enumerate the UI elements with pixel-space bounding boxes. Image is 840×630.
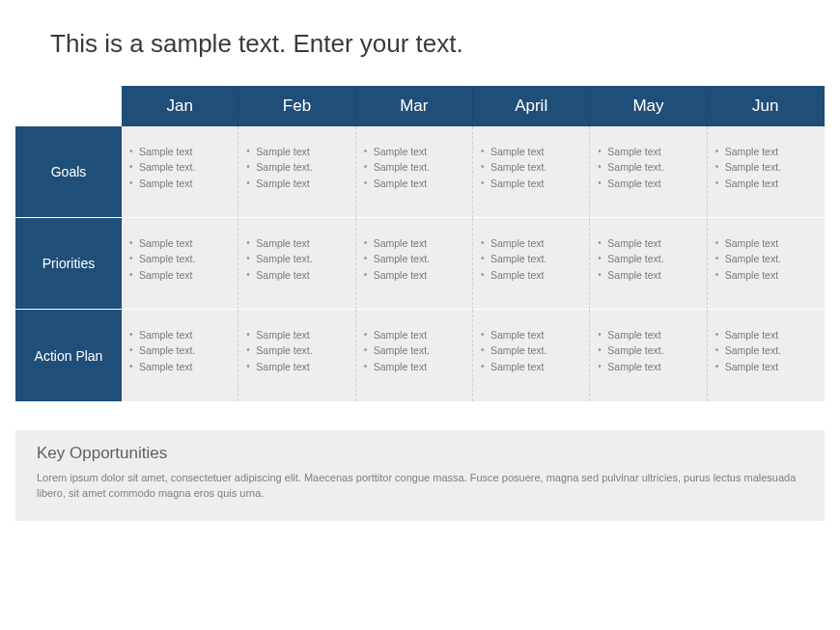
- month-header-jun: Jun: [708, 86, 825, 126]
- row-label-priorities: Priorities: [15, 218, 122, 310]
- month-header-may: May: [590, 86, 707, 126]
- cell-item: Sample text: [481, 144, 583, 159]
- cell-item: Sample text: [129, 267, 232, 283]
- cell-item: Sample text: [246, 327, 349, 342]
- cell-priorities-jun: Sample text Sample text. Sample text: [708, 218, 825, 310]
- cell-item: Sample text.: [481, 159, 583, 175]
- footer-title: Key Opportunities: [37, 444, 803, 463]
- cell-item: Sample text: [364, 235, 466, 251]
- cell-item: Sample text: [715, 144, 819, 159]
- cell-item: Sample text: [598, 267, 700, 283]
- cell-item: Sample text: [246, 235, 349, 251]
- row-label-goals: Goals: [15, 126, 122, 218]
- cell-item: Sample text: [598, 176, 700, 191]
- cell-item: Sample text.: [246, 251, 349, 266]
- cell-item: Sample text.: [129, 159, 232, 175]
- row-label-action-plan: Action Plan: [15, 310, 122, 401]
- cell-item: Sample text: [246, 359, 349, 374]
- cell-action-plan-april: Sample text Sample text. Sample text: [473, 310, 590, 401]
- cell-item: Sample text.: [481, 251, 583, 266]
- cell-action-plan-mar: Sample text Sample text. Sample text: [356, 310, 473, 401]
- month-header-feb: Feb: [238, 86, 355, 126]
- cell-item: Sample text: [129, 359, 232, 374]
- cell-goals-jun: Sample text Sample text. Sample text: [708, 126, 825, 218]
- cell-item: Sample text: [246, 144, 349, 159]
- cell-item: Sample text: [481, 235, 583, 251]
- cell-goals-feb: Sample text Sample text. Sample text: [238, 126, 355, 218]
- cell-priorities-feb: Sample text Sample text. Sample text: [238, 218, 355, 310]
- cell-priorities-jan: Sample text Sample text. Sample text: [122, 218, 238, 310]
- cell-priorities-april: Sample text Sample text. Sample text: [473, 218, 590, 310]
- cell-priorities-may: Sample text Sample text. Sample text: [590, 218, 707, 310]
- cell-goals-mar: Sample text Sample text. Sample text: [356, 126, 473, 218]
- cell-item: Sample text: [246, 267, 349, 283]
- cell-item: Sample text.: [129, 251, 232, 266]
- cell-item: Sample text: [364, 144, 466, 159]
- cell-action-plan-may: Sample text Sample text. Sample text: [590, 310, 707, 401]
- cell-item: Sample text: [481, 176, 583, 191]
- cell-item: Sample text: [246, 176, 349, 191]
- cell-item: Sample text: [129, 327, 232, 342]
- cell-item: Sample text: [715, 235, 819, 251]
- cell-item: Sample text: [598, 327, 700, 342]
- cell-item: Sample text: [715, 359, 819, 374]
- cell-item: Sample text: [598, 235, 700, 251]
- cell-item: Sample text: [715, 327, 819, 342]
- cell-item: Sample text.: [246, 342, 349, 358]
- footer-text: Lorem ipsum dolor sit amet, consectetuer…: [37, 471, 803, 502]
- cell-item: Sample text.: [715, 159, 819, 175]
- cell-item: Sample text: [129, 235, 232, 251]
- cell-action-plan-feb: Sample text Sample text. Sample text: [238, 310, 355, 401]
- cell-item: Sample text: [364, 359, 466, 374]
- cell-item: Sample text.: [246, 159, 349, 175]
- month-header-april: April: [473, 86, 590, 126]
- cell-item: Sample text: [364, 176, 466, 191]
- cell-action-plan-jun: Sample text Sample text. Sample text: [708, 310, 825, 401]
- cell-item: Sample text: [598, 144, 700, 159]
- cell-goals-jan: Sample text Sample text. Sample text: [122, 126, 238, 218]
- cell-goals-april: Sample text Sample text. Sample text: [473, 126, 590, 218]
- cell-goals-may: Sample text Sample text. Sample text: [590, 126, 707, 218]
- cell-item: Sample text.: [364, 159, 466, 175]
- cell-item: Sample text: [364, 267, 466, 283]
- cell-priorities-mar: Sample text Sample text. Sample text: [356, 218, 473, 310]
- cell-item: Sample text.: [481, 342, 583, 358]
- footer-section: Key Opportunities Lorem ipsum dolor sit …: [15, 430, 825, 521]
- month-header-jan: Jan: [122, 86, 238, 126]
- planning-grid: Jan Feb Mar April May Jun Goals Sample t…: [15, 86, 825, 401]
- cell-item: Sample text: [129, 176, 232, 191]
- cell-item: Sample text: [715, 176, 819, 191]
- cell-item: Sample text: [715, 267, 819, 283]
- cell-item: Sample text: [481, 359, 583, 374]
- cell-item: Sample text: [129, 144, 232, 159]
- cell-item: Sample text.: [364, 342, 466, 358]
- slide-title: This is a sample text. Enter your text.: [0, 0, 840, 86]
- cell-item: Sample text.: [715, 251, 819, 266]
- cell-action-plan-jan: Sample text Sample text. Sample text: [122, 310, 238, 401]
- cell-item: Sample text.: [598, 342, 700, 358]
- cell-item: Sample text: [598, 359, 700, 374]
- cell-item: Sample text: [481, 327, 583, 342]
- grid-corner: [15, 86, 122, 126]
- cell-item: Sample text.: [129, 342, 232, 358]
- cell-item: Sample text.: [364, 251, 466, 266]
- cell-item: Sample text.: [715, 342, 819, 358]
- cell-item: Sample text.: [598, 251, 700, 266]
- cell-item: Sample text.: [598, 159, 700, 175]
- cell-item: Sample text: [481, 267, 583, 283]
- cell-item: Sample text: [364, 327, 466, 342]
- month-header-mar: Mar: [356, 86, 473, 126]
